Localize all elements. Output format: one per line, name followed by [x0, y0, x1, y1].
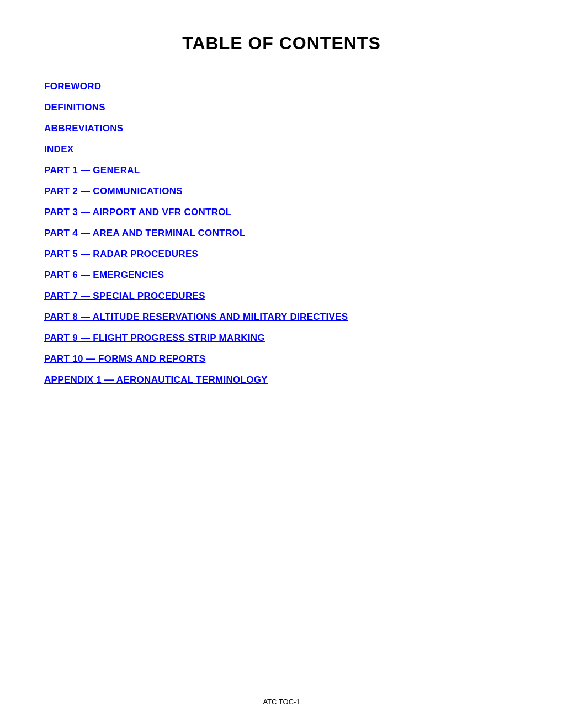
- toc-item: PART 10 — FORMS AND REPORTS: [44, 354, 519, 365]
- toc-link-part1[interactable]: PART 1 — GENERAL: [44, 165, 140, 175]
- toc-item: PART 2 — COMMUNICATIONS: [44, 186, 519, 197]
- toc-link-foreword[interactable]: FOREWORD: [44, 81, 101, 92]
- toc-item: INDEX: [44, 144, 519, 155]
- toc-link-definitions[interactable]: DEFINITIONS: [44, 102, 105, 113]
- toc-item: PART 6 — EMERGENCIES: [44, 270, 519, 281]
- toc-link-part7[interactable]: PART 7 — SPECIAL PROCEDURES: [44, 291, 205, 301]
- toc-link-part8[interactable]: PART 8 — ALTITUDE RESERVATIONS AND MILIT…: [44, 312, 348, 322]
- toc-link-abbreviations[interactable]: ABBREVIATIONS: [44, 123, 123, 133]
- toc-link-part10[interactable]: PART 10 — FORMS AND REPORTS: [44, 354, 205, 364]
- toc-link-part4[interactable]: PART 4 — AREA AND TERMINAL CONTROL: [44, 228, 246, 238]
- toc-item: ABBREVIATIONS: [44, 123, 519, 134]
- toc-item: PART 4 — AREA AND TERMINAL CONTROL: [44, 228, 519, 239]
- toc-item: APPENDIX 1 — AERONAUTICAL TERMINOLOGY: [44, 374, 519, 386]
- toc-item: PART 5 — RADAR PROCEDURES: [44, 249, 519, 260]
- page-footer: ATC TOC-1: [0, 698, 563, 706]
- toc-item: PART 1 — GENERAL: [44, 165, 519, 176]
- toc-list: FOREWORDDEFINITIONSABBREVIATIONSINDEXPAR…: [44, 81, 519, 386]
- toc-link-part5[interactable]: PART 5 — RADAR PROCEDURES: [44, 249, 198, 259]
- toc-item: DEFINITIONS: [44, 102, 519, 113]
- toc-item: PART 9 — FLIGHT PROGRESS STRIP MARKING: [44, 333, 519, 344]
- toc-link-part2[interactable]: PART 2 — COMMUNICATIONS: [44, 186, 183, 196]
- toc-link-appendix1[interactable]: APPENDIX 1 — AERONAUTICAL TERMINOLOGY: [44, 374, 268, 385]
- page-title: TABLE OF CONTENTS: [44, 33, 519, 53]
- toc-link-part9[interactable]: PART 9 — FLIGHT PROGRESS STRIP MARKING: [44, 333, 265, 343]
- toc-item: FOREWORD: [44, 81, 519, 92]
- toc-link-part6[interactable]: PART 6 — EMERGENCIES: [44, 270, 164, 280]
- toc-link-part3[interactable]: PART 3 — AIRPORT AND VFR CONTROL: [44, 207, 232, 217]
- toc-item: PART 8 — ALTITUDE RESERVATIONS AND MILIT…: [44, 312, 519, 323]
- toc-item: PART 3 — AIRPORT AND VFR CONTROL: [44, 207, 519, 218]
- toc-item: PART 7 — SPECIAL PROCEDURES: [44, 291, 519, 302]
- page: TABLE OF CONTENTS FOREWORDDEFINITIONSABB…: [0, 0, 563, 728]
- toc-link-index[interactable]: INDEX: [44, 144, 73, 154]
